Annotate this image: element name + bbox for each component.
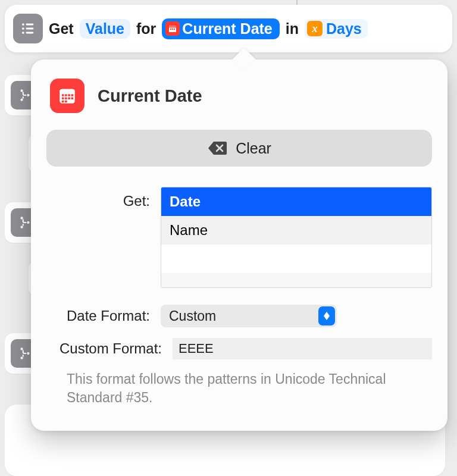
date-format-value[interactable]: Custom xyxy=(161,305,337,327)
svg-rect-3 xyxy=(26,28,34,30)
list-icon xyxy=(13,14,43,43)
get-option-date[interactable]: Date xyxy=(161,187,431,216)
variable-popover: Current Date Clear Get: Date Name Date F… xyxy=(31,60,447,431)
custom-format-input[interactable] xyxy=(173,338,432,359)
svg-rect-20 xyxy=(71,97,74,99)
svg-rect-7 xyxy=(169,26,176,27)
current-date-label: Current Date xyxy=(182,20,272,37)
help-text: This format follows the patterns in Unic… xyxy=(67,370,400,407)
svg-rect-15 xyxy=(68,94,70,96)
svg-point-4 xyxy=(22,32,24,34)
get-option-name[interactable]: Name xyxy=(161,216,431,245)
svg-rect-16 xyxy=(71,94,74,96)
action-text-in: in xyxy=(286,20,299,37)
svg-point-0 xyxy=(22,23,24,26)
days-token[interactable]: x Days xyxy=(305,19,368,39)
custom-format-row: Custom Format: xyxy=(46,338,432,359)
delete-icon xyxy=(207,140,227,156)
custom-format-label: Custom Format: xyxy=(46,340,173,357)
svg-rect-10 xyxy=(174,29,175,30)
get-row: Get: Date Name xyxy=(46,187,432,288)
action-text-for: for xyxy=(136,20,156,37)
current-date-token[interactable]: Current Date xyxy=(162,18,279,39)
get-listbox[interactable]: Date Name xyxy=(161,187,432,288)
svg-rect-12 xyxy=(60,89,75,93)
svg-rect-14 xyxy=(65,94,67,96)
date-format-select[interactable]: Custom xyxy=(161,305,337,327)
clear-label: Clear xyxy=(236,140,271,157)
get-option-empty xyxy=(161,245,431,273)
action-bar: Get Value for Current Date in x Days xyxy=(5,5,452,52)
svg-rect-1 xyxy=(26,24,34,26)
svg-rect-5 xyxy=(26,32,34,34)
clear-button[interactable]: Clear xyxy=(46,130,432,167)
svg-rect-18 xyxy=(65,97,67,99)
calendar-icon xyxy=(165,21,180,36)
svg-rect-13 xyxy=(62,94,64,96)
svg-rect-21 xyxy=(62,101,64,103)
svg-point-2 xyxy=(22,27,24,30)
action-text-get: Get xyxy=(49,20,74,37)
get-option-empty xyxy=(161,273,431,287)
date-format-label: Date Format: xyxy=(46,308,161,324)
select-arrows-icon xyxy=(318,306,335,325)
calendar-icon xyxy=(50,79,84,113)
days-label: Days xyxy=(326,20,362,37)
svg-rect-17 xyxy=(62,97,64,99)
svg-rect-22 xyxy=(65,101,67,103)
get-label: Get: xyxy=(46,187,161,209)
svg-rect-9 xyxy=(172,29,173,30)
date-format-row: Date Format: Custom xyxy=(46,305,432,327)
svg-rect-8 xyxy=(170,29,171,30)
popover-header: Current Date xyxy=(50,79,432,113)
variable-icon: x xyxy=(307,21,323,36)
popover-title: Current Date xyxy=(98,86,202,106)
svg-rect-19 xyxy=(68,97,70,99)
value-token[interactable]: Value xyxy=(80,19,130,39)
